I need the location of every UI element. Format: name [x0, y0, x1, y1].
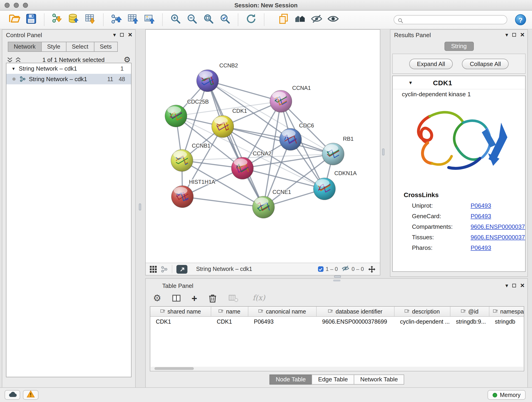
network-node-ccna1[interactable]: [270, 90, 292, 112]
tab-style[interactable]: Style: [41, 42, 66, 52]
panel-float-icon[interactable]: [512, 33, 516, 37]
panel-float-icon[interactable]: [120, 33, 124, 37]
network-collection-row[interactable]: ▼ String Network – cdk1 1: [6, 63, 131, 74]
crosslink-value-link[interactable]: 9606.ENSP00000378699: [471, 223, 526, 230]
network-node-hist1h1a[interactable]: [171, 186, 193, 208]
column-header-namespac[interactable]: namespac: [489, 307, 524, 316]
crosslink-value-link[interactable]: 9606.ENSP00000378699: [471, 234, 526, 241]
hidden-nodes-counter[interactable]: 0 – 0: [342, 265, 364, 273]
tab-node-table[interactable]: Node Table: [269, 375, 312, 385]
control-panel-tabs: Network Style Select Sets: [8, 42, 135, 52]
column-header-shared-name[interactable]: shared name: [150, 307, 211, 316]
panel-close-icon[interactable]: ✕: [128, 32, 133, 38]
gear-icon[interactable]: ⚙: [124, 56, 131, 64]
network-edge[interactable]: [208, 81, 281, 101]
bottom-splitter-handle[interactable]: [334, 275, 341, 278]
scrollbar-thumb[interactable]: [154, 367, 194, 370]
tab-select[interactable]: Select: [66, 42, 94, 52]
overview-button[interactable]: [292, 12, 308, 27]
collapse-all-networks-icon[interactable]: [15, 57, 21, 63]
panel-collapse-icon[interactable]: ▾: [505, 283, 508, 288]
network-node-ccnb1[interactable]: [171, 149, 193, 172]
table-body: CDK1CDK1P064939606.ENSP00000378699cyclin…: [150, 317, 524, 326]
network-node-ccnb2[interactable]: [196, 70, 219, 92]
network-node-cdk1[interactable]: [212, 115, 234, 138]
left-splitter-handle[interactable]: [139, 204, 141, 211]
selected-nodes-counter[interactable]: 1 – 0: [318, 266, 338, 272]
network-node-cdc6[interactable]: [279, 128, 302, 150]
grid-view-icon[interactable]: [150, 266, 157, 273]
panel-collapse-icon[interactable]: ▾: [505, 32, 508, 38]
export-network-button[interactable]: [108, 12, 125, 27]
table-settings-gear-icon[interactable]: ⚙: [153, 293, 161, 303]
help-button[interactable]: ?: [515, 14, 526, 25]
network-edge[interactable]: [208, 81, 264, 207]
memory-button[interactable]: Memory: [488, 390, 526, 400]
results-actions: Expand All Collapse All: [392, 54, 526, 74]
expand-all-networks-icon[interactable]: [7, 57, 13, 63]
panel-close-icon[interactable]: ✕: [520, 283, 525, 288]
clipboard-button[interactable]: [275, 12, 292, 27]
column-header-database-identifier[interactable]: database identifier: [317, 307, 394, 316]
zoom-selected-button[interactable]: [217, 12, 233, 27]
zoom-out-button[interactable]: [184, 12, 200, 27]
network-node-cdc25b[interactable]: [165, 105, 187, 127]
crosslink-value-link[interactable]: P06493: [471, 213, 491, 220]
column-header-description[interactable]: description: [394, 307, 450, 316]
warnings-button[interactable]: [23, 390, 38, 400]
hide-graphics-details-button[interactable]: [308, 12, 325, 27]
birds-eye-view-button[interactable]: [177, 265, 187, 274]
import-network-from-file-button[interactable]: [49, 12, 65, 27]
network-node-ccne1[interactable]: [253, 196, 274, 218]
zoom-in-button[interactable]: [167, 12, 184, 27]
add-column-plus-icon[interactable]: +: [191, 293, 197, 303]
tab-network[interactable]: Network: [8, 42, 41, 52]
network-node-cdkn1a[interactable]: [313, 178, 336, 200]
expand-triangle-icon[interactable]: ▼: [12, 66, 16, 71]
save-session-button[interactable]: [23, 12, 39, 27]
column-header--id[interactable]: @id: [450, 307, 489, 316]
right-splitter-handle[interactable]: [382, 148, 385, 155]
tab-network-table[interactable]: Network Table: [354, 375, 404, 385]
network-node-ccna2[interactable]: [231, 157, 253, 179]
open-session-button[interactable]: [6, 12, 23, 27]
expand-all-button[interactable]: Expand All: [409, 58, 453, 69]
table-row[interactable]: CDK1CDK1P064939606.ENSP00000378699cyclin…: [150, 317, 524, 326]
network-canvas[interactable]: CCNB2CCNA1CDC25BCDK1CDC6RB1CCNB1CCNA2CDK…: [146, 30, 380, 263]
tab-edge-table[interactable]: Edge Table: [312, 375, 355, 385]
import-network-from-database-button[interactable]: [65, 12, 82, 27]
import-table-from-file-button[interactable]: [82, 12, 99, 27]
tab-sets[interactable]: Sets: [94, 42, 118, 52]
collapse-all-button[interactable]: Collapse All: [462, 58, 509, 69]
panel-close-icon[interactable]: ✕: [520, 32, 525, 38]
gene-section-header[interactable]: ▼ CDK1: [393, 76, 525, 89]
zoom-window-button[interactable]: [23, 2, 28, 7]
function-builder-icon[interactable]: f(x): [253, 294, 265, 302]
refresh-view-button[interactable]: [243, 12, 259, 27]
delete-trash-icon[interactable]: [207, 293, 218, 303]
export-image-button[interactable]: [141, 12, 158, 27]
minimize-window-button[interactable]: [14, 2, 19, 7]
panel-float-icon[interactable]: [512, 284, 516, 287]
show-columns-icon[interactable]: [171, 293, 181, 303]
network-row-selected[interactable]: String Network – cdk1 11 48: [6, 74, 131, 84]
search-input[interactable]: [394, 15, 507, 24]
column-header-name[interactable]: name: [211, 307, 248, 316]
zoom-fit-button[interactable]: [200, 12, 217, 27]
string-tab[interactable]: String: [444, 42, 474, 51]
crosslink-value-link[interactable]: P06493: [471, 244, 491, 251]
crosslink-value-link[interactable]: P06493: [471, 202, 491, 209]
close-window-button[interactable]: [5, 2, 10, 7]
application-window: Session: New Session: [0, 0, 532, 402]
show-graphics-details-button[interactable]: [325, 12, 341, 27]
expand-triangle-icon[interactable]: ▼: [408, 80, 413, 85]
cloud-status-button[interactable]: [5, 390, 20, 400]
network-node-rb1[interactable]: [322, 143, 344, 165]
pan-crosshair-icon[interactable]: [368, 265, 376, 273]
network-share-icon[interactable]: [161, 266, 168, 273]
network-edge[interactable]: [182, 197, 264, 207]
export-table-button[interactable]: [125, 12, 141, 27]
horizontal-scrollbar[interactable]: [151, 367, 523, 370]
panel-collapse-icon[interactable]: ▾: [113, 32, 116, 38]
column-header-canonical-name[interactable]: canonical name: [248, 307, 317, 316]
